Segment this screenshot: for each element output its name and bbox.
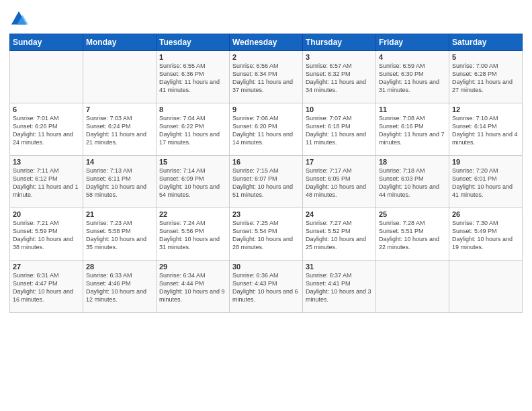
page-container: SundayMondayTuesdayWednesdayThursdayFrid… bbox=[0, 0, 532, 318]
calendar-cell: 26Sunrise: 7:30 AMSunset: 5:49 PMDayligh… bbox=[449, 208, 523, 261]
cell-content: Sunrise: 7:24 AMSunset: 5:56 PMDaylight:… bbox=[159, 219, 226, 252]
calendar-cell: 6Sunrise: 7:01 AMSunset: 6:26 PMDaylight… bbox=[10, 103, 83, 156]
cell-content: Sunrise: 7:10 AMSunset: 6:14 PMDaylight:… bbox=[452, 114, 519, 147]
day-number: 16 bbox=[232, 158, 300, 166]
day-number: 25 bbox=[379, 210, 446, 218]
day-number: 17 bbox=[306, 158, 373, 166]
calendar-cell: 23Sunrise: 7:25 AMSunset: 5:54 PMDayligh… bbox=[230, 208, 303, 261]
day-number: 1 bbox=[159, 53, 226, 61]
cell-content: Sunrise: 6:31 AMSunset: 4:47 PMDaylight:… bbox=[13, 271, 80, 304]
calendar-cell: 14Sunrise: 7:13 AMSunset: 6:11 PMDayligh… bbox=[83, 156, 157, 208]
calendar-cell: 10Sunrise: 7:07 AMSunset: 6:18 PMDayligh… bbox=[303, 103, 376, 156]
cell-content: Sunrise: 6:37 AMSunset: 4:41 PMDaylight:… bbox=[306, 271, 373, 304]
header-sunday: Sunday bbox=[10, 34, 83, 51]
calendar-cell: 2Sunrise: 6:56 AMSunset: 6:34 PMDaylight… bbox=[230, 51, 303, 103]
calendar-cell: 31Sunrise: 6:37 AMSunset: 4:41 PMDayligh… bbox=[303, 261, 376, 313]
calendar-cell: 3Sunrise: 6:57 AMSunset: 6:32 PMDaylight… bbox=[303, 51, 376, 103]
calendar-cell: 25Sunrise: 7:28 AMSunset: 5:51 PMDayligh… bbox=[376, 208, 449, 261]
header-tuesday: Tuesday bbox=[157, 34, 230, 51]
cell-content: Sunrise: 7:23 AMSunset: 5:58 PMDaylight:… bbox=[86, 219, 153, 252]
page-header bbox=[9, 7, 523, 28]
cell-content: Sunrise: 7:28 AMSunset: 5:51 PMDaylight:… bbox=[379, 219, 446, 252]
calendar-header-row: SundayMondayTuesdayWednesdayThursdayFrid… bbox=[10, 34, 523, 51]
calendar-cell: 4Sunrise: 6:59 AMSunset: 6:30 PMDaylight… bbox=[376, 51, 449, 103]
day-number: 23 bbox=[232, 210, 300, 218]
day-number: 14 bbox=[86, 158, 153, 166]
day-number: 29 bbox=[159, 263, 226, 271]
cell-content: Sunrise: 7:17 AMSunset: 6:05 PMDaylight:… bbox=[306, 167, 373, 199]
cell-content: Sunrise: 7:15 AMSunset: 6:07 PMDaylight:… bbox=[232, 167, 300, 199]
calendar-cell: 13Sunrise: 7:11 AMSunset: 6:12 PMDayligh… bbox=[10, 156, 83, 208]
calendar-week-4: 20Sunrise: 7:21 AMSunset: 5:59 PMDayligh… bbox=[10, 208, 523, 261]
day-number: 15 bbox=[159, 158, 226, 166]
calendar-cell: 12Sunrise: 7:10 AMSunset: 6:14 PMDayligh… bbox=[449, 103, 523, 156]
cell-content: Sunrise: 6:33 AMSunset: 4:46 PMDaylight:… bbox=[86, 271, 153, 304]
cell-content: Sunrise: 6:59 AMSunset: 6:30 PMDaylight:… bbox=[379, 62, 446, 95]
logo-icon bbox=[9, 9, 28, 28]
day-number: 13 bbox=[13, 158, 80, 166]
day-number: 22 bbox=[159, 210, 226, 218]
calendar-table: SundayMondayTuesdayWednesdayThursdayFrid… bbox=[9, 34, 523, 313]
calendar-cell bbox=[83, 51, 157, 103]
calendar-week-1: 1Sunrise: 6:55 AMSunset: 6:36 PMDaylight… bbox=[10, 51, 523, 103]
calendar-cell: 7Sunrise: 7:03 AMSunset: 6:24 PMDaylight… bbox=[83, 103, 157, 156]
cell-content: Sunrise: 7:13 AMSunset: 6:11 PMDaylight:… bbox=[86, 167, 153, 199]
cell-content: Sunrise: 6:55 AMSunset: 6:36 PMDaylight:… bbox=[159, 62, 226, 95]
cell-content: Sunrise: 7:06 AMSunset: 6:20 PMDaylight:… bbox=[232, 114, 300, 147]
day-number: 12 bbox=[452, 105, 519, 113]
calendar-cell: 16Sunrise: 7:15 AMSunset: 6:07 PMDayligh… bbox=[230, 156, 303, 208]
day-number: 18 bbox=[379, 158, 446, 166]
cell-content: Sunrise: 7:11 AMSunset: 6:12 PMDaylight:… bbox=[13, 167, 80, 199]
cell-content: Sunrise: 7:03 AMSunset: 6:24 PMDaylight:… bbox=[86, 114, 153, 147]
calendar-cell: 24Sunrise: 7:27 AMSunset: 5:52 PMDayligh… bbox=[303, 208, 376, 261]
calendar-cell: 22Sunrise: 7:24 AMSunset: 5:56 PMDayligh… bbox=[157, 208, 230, 261]
calendar-cell: 1Sunrise: 6:55 AMSunset: 6:36 PMDaylight… bbox=[157, 51, 230, 103]
day-number: 9 bbox=[232, 105, 300, 113]
cell-content: Sunrise: 7:21 AMSunset: 5:59 PMDaylight:… bbox=[13, 219, 80, 252]
header-friday: Friday bbox=[376, 34, 449, 51]
day-number: 3 bbox=[306, 53, 373, 61]
cell-content: Sunrise: 7:00 AMSunset: 6:28 PMDaylight:… bbox=[452, 62, 519, 95]
calendar-week-5: 27Sunrise: 6:31 AMSunset: 4:47 PMDayligh… bbox=[10, 261, 523, 313]
day-number: 21 bbox=[86, 210, 153, 218]
cell-content: Sunrise: 7:01 AMSunset: 6:26 PMDaylight:… bbox=[13, 114, 80, 147]
calendar-cell: 18Sunrise: 7:18 AMSunset: 6:03 PMDayligh… bbox=[376, 156, 449, 208]
day-number: 2 bbox=[232, 53, 300, 61]
day-number: 28 bbox=[86, 263, 153, 271]
day-number: 27 bbox=[13, 263, 80, 271]
cell-content: Sunrise: 7:27 AMSunset: 5:52 PMDaylight:… bbox=[306, 219, 373, 252]
calendar-cell: 20Sunrise: 7:21 AMSunset: 5:59 PMDayligh… bbox=[10, 208, 83, 261]
calendar-cell: 28Sunrise: 6:33 AMSunset: 4:46 PMDayligh… bbox=[83, 261, 157, 313]
day-number: 20 bbox=[13, 210, 80, 218]
header-wednesday: Wednesday bbox=[230, 34, 303, 51]
cell-content: Sunrise: 7:25 AMSunset: 5:54 PMDaylight:… bbox=[232, 219, 300, 252]
cell-content: Sunrise: 7:18 AMSunset: 6:03 PMDaylight:… bbox=[379, 167, 446, 199]
calendar-cell bbox=[376, 261, 449, 313]
cell-content: Sunrise: 6:36 AMSunset: 4:43 PMDaylight:… bbox=[232, 271, 300, 304]
logo bbox=[9, 9, 31, 28]
calendar-week-3: 13Sunrise: 7:11 AMSunset: 6:12 PMDayligh… bbox=[10, 156, 523, 208]
day-number: 30 bbox=[232, 263, 300, 271]
day-number: 31 bbox=[306, 263, 373, 271]
day-number: 10 bbox=[306, 105, 373, 113]
day-number: 26 bbox=[452, 210, 519, 218]
calendar-cell: 21Sunrise: 7:23 AMSunset: 5:58 PMDayligh… bbox=[83, 208, 157, 261]
day-number: 11 bbox=[379, 105, 446, 113]
calendar-cell bbox=[10, 51, 83, 103]
cell-content: Sunrise: 6:57 AMSunset: 6:32 PMDaylight:… bbox=[306, 62, 373, 95]
cell-content: Sunrise: 7:14 AMSunset: 6:09 PMDaylight:… bbox=[159, 167, 226, 199]
day-number: 24 bbox=[306, 210, 373, 218]
cell-content: Sunrise: 7:08 AMSunset: 6:16 PMDaylight:… bbox=[379, 114, 446, 147]
cell-content: Sunrise: 6:56 AMSunset: 6:34 PMDaylight:… bbox=[232, 62, 300, 95]
calendar-cell: 15Sunrise: 7:14 AMSunset: 6:09 PMDayligh… bbox=[157, 156, 230, 208]
calendar-cell bbox=[449, 261, 523, 313]
cell-content: Sunrise: 7:30 AMSunset: 5:49 PMDaylight:… bbox=[452, 219, 519, 252]
calendar-cell: 29Sunrise: 6:34 AMSunset: 4:44 PMDayligh… bbox=[157, 261, 230, 313]
cell-content: Sunrise: 6:34 AMSunset: 4:44 PMDaylight:… bbox=[159, 271, 226, 304]
calendar-cell: 30Sunrise: 6:36 AMSunset: 4:43 PMDayligh… bbox=[230, 261, 303, 313]
calendar-cell: 5Sunrise: 7:00 AMSunset: 6:28 PMDaylight… bbox=[449, 51, 523, 103]
day-number: 5 bbox=[452, 53, 519, 61]
day-number: 19 bbox=[452, 158, 519, 166]
cell-content: Sunrise: 7:07 AMSunset: 6:18 PMDaylight:… bbox=[306, 114, 373, 147]
calendar-cell: 17Sunrise: 7:17 AMSunset: 6:05 PMDayligh… bbox=[303, 156, 376, 208]
